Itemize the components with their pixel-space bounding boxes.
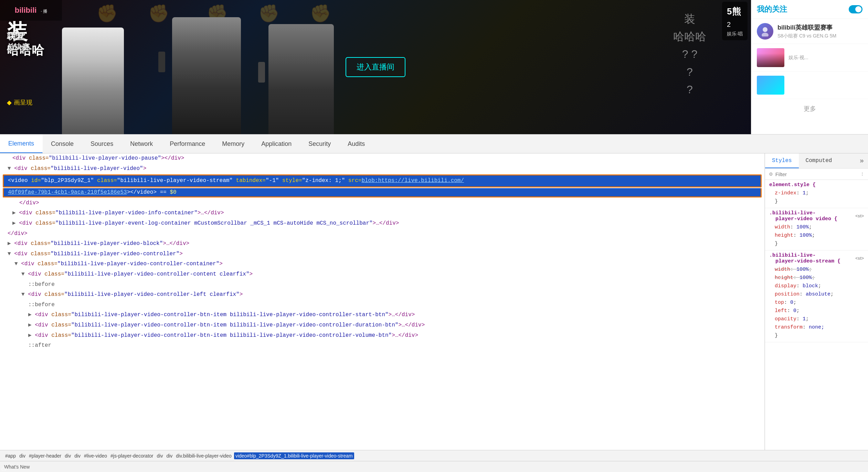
html-line-11[interactable]: ▼ <div class="bilibili-live-player-video… (0, 269, 764, 280)
css-rule-2-close: } (769, 240, 864, 248)
sidebar-thumbnail-3: C9 (757, 76, 784, 95)
breadcrumb-live-video[interactable]: #live-video (83, 453, 108, 459)
html-line-15[interactable]: ▶ <div class="bilibili-live-player-video… (0, 310, 764, 320)
bg-logo-2: ✊ (148, 3, 169, 23)
devtools-tabs: Elements Console Sources Network Perform… (0, 134, 868, 153)
css-prop-transform[interactable]: transform: none; (769, 323, 864, 332)
devtools-wrapper: Elements Console Sources Network Perform… (0, 134, 868, 472)
breadcrumb-div-1[interactable]: div (18, 453, 27, 459)
html-line-7[interactable]: </div> (0, 229, 764, 239)
css-prop-top[interactable]: top: 0; (769, 299, 864, 307)
css-rule-3: .bilibili-live- player-video-stream { <s… (765, 250, 868, 342)
sidebar-item-1-name: bilibili英雄联盟赛事 (777, 23, 862, 32)
breadcrumb-div-3[interactable]: div (73, 453, 82, 459)
sidebar: 我的关注 bilibili英雄联盟赛事 S8小组赛 C9 vs GEN.G 5M (751, 0, 868, 134)
tab-network[interactable]: Network (122, 135, 161, 153)
filter-input[interactable] (775, 171, 858, 177)
person-1 (62, 28, 124, 134)
css-selector-2: .bilibili-live- player-video video { <st… (769, 210, 864, 222)
tab-elements[interactable]: Elements (0, 135, 43, 153)
css-prop-zindex[interactable]: z-index: 1; (769, 189, 864, 197)
sidebar-item-2[interactable]: 娱乐·视... (751, 44, 868, 72)
sidebar-item-3[interactable]: C9 (751, 72, 868, 99)
breadcrumb-div-5[interactable]: div (165, 453, 173, 459)
html-line-1[interactable]: <div class="bilibili-live-player-video-p… (0, 153, 764, 164)
html-line-6[interactable]: ▶ <div class="bilibili-live-player-event… (0, 218, 764, 229)
svg-point-0 (763, 27, 768, 32)
html-line-2[interactable]: ▼ <div class="bilibili-live-player-video… (0, 164, 764, 174)
html-line-16[interactable]: ▶ <div class="bilibili-live-player-video… (0, 320, 764, 331)
video-background: bilibili · 播 装 哈哈哈 联盟 总决赛 ◆ 画呈现 装 (0, 0, 751, 134)
html-line-4[interactable]: </div> (0, 198, 764, 208)
html-line-9[interactable]: ▼ <div class="bilibili-live-player-video… (0, 249, 764, 259)
filter-colon: : (861, 171, 864, 177)
html-line-8[interactable]: ▶ <div class="bilibili-live-player-video… (0, 239, 764, 249)
css-prop-height-3[interactable]: height: 100%; (769, 274, 864, 282)
css-prop-left[interactable]: left: 0; (769, 307, 864, 315)
top-section: bilibili · 播 装 哈哈哈 联盟 总决赛 ◆ 画呈现 装 (0, 0, 868, 134)
css-prop-width-2[interactable]: width: 100%; (769, 223, 864, 232)
sidebar-item-1-desc: S8小组赛 C9 vs GEN.G 5M (777, 33, 862, 39)
sidebar-item-2-desc: 娱乐·视... (788, 55, 862, 61)
brand-area: bilibili · 播 (0, 0, 62, 21)
styles-filter: ⚙ : (765, 169, 868, 180)
breadcrumb-player-video-class[interactable]: div.bilibili-live-player-video (175, 453, 233, 459)
sidebar-thumbnail-2 (757, 48, 784, 67)
sidebar-item-1[interactable]: bilibili英雄联盟赛事 S8小组赛 C9 vs GEN.G 5M (751, 19, 868, 44)
css-prop-position[interactable]: position: absolute; (769, 290, 864, 299)
tab-application[interactable]: Application (253, 135, 300, 153)
breadcrumb-div-4[interactable]: div (156, 453, 164, 459)
css-prop-height-2[interactable]: height: 100%; (769, 232, 864, 240)
bg-logo-4: ✊ (258, 3, 279, 23)
tab-sources[interactable]: Sources (82, 135, 122, 153)
mic-1 (158, 52, 165, 72)
sidebar-item-2-info: 娱乐·视... (788, 55, 862, 61)
css-selector-1: element.style { (769, 182, 864, 188)
styles-tab-computed[interactable]: Computed (799, 153, 839, 168)
video-area: bilibili · 播 装 哈哈哈 联盟 总决赛 ◆ 画呈现 装 (0, 0, 751, 134)
bg-logo-1: ✊ (96, 3, 118, 23)
breadcrumb-app[interactable]: #app (4, 453, 17, 459)
css-prop-width-3[interactable]: width: 100%; (769, 266, 864, 274)
sidebar-item-1-info: bilibili英雄联盟赛事 S8小组赛 C9 vs GEN.G 5M (777, 23, 862, 39)
mic-2 (258, 62, 265, 83)
html-line-17[interactable]: ▶ <div class="bilibili-live-player-video… (0, 331, 764, 341)
tab-memory[interactable]: Memory (214, 135, 253, 153)
styles-panel: Styles Computed » ⚙ : element.style { z-… (765, 153, 868, 450)
filter-icon: ⚙ (769, 171, 773, 178)
video-subtitle: 联盟 总决赛 (7, 31, 30, 52)
styles-tab-styles[interactable]: Styles (765, 153, 799, 168)
person-3 (268, 24, 334, 134)
breadcrumb-div-2[interactable]: div (64, 453, 72, 459)
html-line-18[interactable]: ::after (0, 341, 764, 351)
sidebar-avatar-1 (757, 23, 773, 40)
breadcrumb-bar: #app div #player-header div div #live-vi… (0, 450, 868, 461)
css-prop-opacity[interactable]: opacity: 1; (769, 315, 864, 323)
sidebar-follow-title: 我的关注 (757, 4, 787, 14)
tab-console[interactable]: Console (43, 135, 82, 153)
breadcrumb-video-stream[interactable]: video#blp_2P3Sdy9Z_1.bilibili-live-playe… (234, 452, 354, 459)
html-line-5[interactable]: ▶ <div class="bilibili-live-player-video… (0, 208, 764, 218)
html-line-14[interactable]: ::before (0, 300, 764, 310)
styles-tab-more[interactable]: » (856, 153, 868, 168)
tab-audits[interactable]: Audits (339, 135, 373, 153)
html-line-12[interactable]: ::before (0, 280, 764, 290)
tab-security[interactable]: Security (300, 135, 339, 153)
html-line-3-cont[interactable]: 40f09fae-79b1-4cb1-9aca-210f5e186e53></v… (3, 188, 762, 197)
breadcrumb-js-player[interactable]: #js-player-decorator (109, 453, 155, 459)
css-rule-2: .bilibili-live- player-video video { <st… (765, 208, 868, 250)
html-line-13[interactable]: ▼ <div class="bilibili-live-player-video… (0, 290, 764, 300)
sidebar-toggle[interactable] (849, 5, 862, 13)
html-line-10[interactable]: ▼ <div class="bilibili-live-player-video… (0, 259, 764, 269)
html-line-3-selected[interactable]: <video id="blp_2P3Sdy9Z_1" class="bilibi… (3, 174, 762, 187)
person-2 (172, 17, 241, 134)
breadcrumb-player-header[interactable]: #player-header (28, 453, 62, 459)
css-rule-element-style: element.style { z-index: 1; } (765, 180, 868, 208)
whats-new-label: What's New (4, 464, 30, 470)
css-selector-3: .bilibili-live- player-video-stream { <s… (769, 253, 864, 264)
live-button[interactable]: 进入直播间 (346, 57, 405, 77)
tab-performance[interactable]: Performance (161, 135, 214, 153)
sidebar-more[interactable]: 更多 (751, 99, 868, 118)
css-prop-display[interactable]: display: block; (769, 282, 864, 290)
number-badge: 5熊 2 娱乐·唱 (722, 2, 748, 40)
